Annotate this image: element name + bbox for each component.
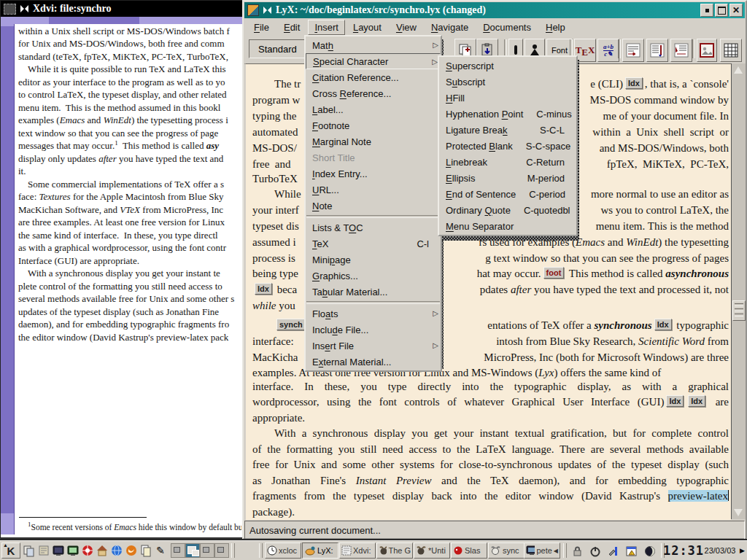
xdvi-titlebar[interactable]: Xdvi: file:synchro <box>1 1 242 17</box>
menu-file[interactable]: File <box>247 20 276 35</box>
menu-item-subscript[interactable]: Subscript <box>439 74 576 90</box>
taskbar-window-pete[interactable]: pete◀ <box>524 542 560 559</box>
menu-navigate[interactable]: Navigate <box>425 20 475 35</box>
lyx-vscroll-thumb[interactable] <box>732 300 746 321</box>
menu-item-marginal-note[interactable]: Marginal Note <box>306 133 441 149</box>
menu-item-cross-reference[interactable]: Cross Reference... <box>306 85 441 101</box>
panel-hide-arrow[interactable]: ▶ <box>739 542 746 559</box>
menu-item-label[interactable]: Label... <box>306 101 441 117</box>
panel-grip[interactable] <box>563 543 567 558</box>
menu-item-math[interactable]: Math▷ <box>306 37 441 53</box>
menu-item-ordinary-quote[interactable]: Ordinary QuoteC-quotedbl <box>439 202 576 218</box>
menu-documents[interactable]: Documents <box>476 20 538 35</box>
konsole-icon <box>66 544 80 557</box>
menu-item-short-title[interactable]: Short Title <box>306 149 441 166</box>
launcher-help-lifering[interactable] <box>80 542 95 559</box>
menu-item-index-entry[interactable]: Index Entry... <box>306 166 441 182</box>
tray-moon[interactable] <box>641 543 658 559</box>
desktop-pager[interactable] <box>170 542 230 559</box>
menu-item-floats[interactable]: Floats▷ <box>306 306 441 322</box>
menu-layout[interactable]: Layout <box>347 20 388 35</box>
toolbar-insert-marginpar-button[interactable] <box>646 39 668 62</box>
idx-inset[interactable]: Idx <box>688 395 705 407</box>
menu-item-insert-file[interactable]: Insert File▷ <box>306 338 441 354</box>
foot-inset[interactable]: foot <box>543 267 565 279</box>
lyx-vertical-scrollbar[interactable] <box>731 63 746 519</box>
taskbar-window-xdvi[interactable]: Xdvi: <box>339 542 376 559</box>
idx-inset[interactable]: Idx <box>255 283 272 295</box>
pager-desktop-1[interactable] <box>171 543 185 558</box>
menu-help[interactable]: Help <box>539 20 572 35</box>
menu-item-url[interactable]: URL... <box>306 182 441 198</box>
menu-insert[interactable]: Insert <box>308 20 345 35</box>
toolbar-insert-table-button[interactable] <box>720 39 742 62</box>
tray-klipper[interactable] <box>605 543 622 559</box>
menu-view[interactable]: View <box>390 20 423 35</box>
panel-grip[interactable] <box>259 543 263 558</box>
launcher-desktop-access[interactable] <box>36 542 51 559</box>
launcher-web-globe[interactable] <box>109 542 124 559</box>
menu-item-special-character[interactable]: Special Character▷ <box>306 53 441 69</box>
menu-item-protected-blank[interactable]: Protected BlankS-C-space <box>439 138 576 154</box>
menu-item-ellipsis[interactable]: EllipsisM-period <box>439 170 576 186</box>
idx-inset[interactable]: Idx <box>625 77 643 89</box>
xdvi-vscroll-thumb[interactable] <box>1 26 14 513</box>
idx-inset[interactable]: Idx <box>654 319 672 330</box>
launcher-kmail[interactable] <box>124 542 139 559</box>
synch-inset[interactable]: synch <box>276 319 306 330</box>
toolbar-insert-footnote-button[interactable] <box>622 39 644 62</box>
idx-inset[interactable]: Idx <box>666 395 684 407</box>
menu-edit[interactable]: Edit <box>277 20 306 35</box>
panel-grip[interactable] <box>231 543 235 558</box>
menu-item-graphics[interactable]: Graphics... <box>306 268 441 284</box>
menu-item-menu-separator[interactable]: Menu Separator <box>439 218 576 234</box>
menu-item-superscript[interactable]: Superscript <box>439 58 576 74</box>
launcher-window-list[interactable] <box>22 542 36 559</box>
pager-desktop-4[interactable] <box>214 543 229 558</box>
tray-lock[interactable] <box>568 543 585 559</box>
tray-organizer[interactable]: ! <box>623 543 640 559</box>
menu-item-ligature-break[interactable]: Ligature BreakS-C-L <box>439 122 576 138</box>
tray-power[interactable] <box>587 543 603 559</box>
taskbar-window-the-g[interactable]: The G <box>376 542 413 559</box>
taskbar-window-xcloc[interactable]: xcloc <box>265 542 301 559</box>
scroll-down-arrow[interactable] <box>734 509 743 516</box>
k-menu-button[interactable]: K▲ <box>1 542 20 559</box>
menu-item-hyphenation-point[interactable]: Hyphenation PointC-minus <box>439 106 576 122</box>
maximize-button[interactable] <box>715 4 728 17</box>
taskbar-window-sync[interactable]: sync <box>488 542 525 559</box>
pager-desktop-2[interactable] <box>185 543 200 558</box>
xdvi-hscroll-thumb[interactable] <box>49 17 139 24</box>
menu-item-lists-toc[interactable]: Lists & TOC <box>306 219 441 236</box>
taskbar-window-lyx[interactable]: LyX: <box>302 542 338 559</box>
toolbar-math-mode-button[interactable]: a+bc✎ <box>597 39 619 62</box>
close-button[interactable]: ✕ <box>729 4 743 17</box>
menu-item-minipage[interactable]: Minipage <box>306 252 441 268</box>
pager-desktop-3[interactable] <box>200 543 214 558</box>
launcher-terminal-monitor[interactable] <box>51 542 66 559</box>
xdvi-vertical-scrollbar[interactable] <box>1 24 15 534</box>
menu-item-external-material[interactable]: External Material... <box>306 354 441 370</box>
collapse-arrow-icon[interactable]: ◀ <box>554 548 558 554</box>
lyx-titlebar[interactable]: LyX: ~/doc/beginlatex/src/synchro.lyx (c… <box>244 2 745 18</box>
launcher-konsole[interactable] <box>66 542 80 559</box>
toolbar-insert-figure-button[interactable] <box>697 39 717 62</box>
menu-item-hfill[interactable]: HFill <box>439 90 576 106</box>
menu-item-linebreak[interactable]: LinebreakC-Return <box>439 154 576 170</box>
menu-item-citation-reference[interactable]: Citation Reference... <box>306 69 441 85</box>
menu-item-tex[interactable]: TeXC-l <box>306 236 441 252</box>
xdvi-horizontal-scrollbar[interactable] <box>1 17 244 24</box>
launcher-documents[interactable] <box>139 542 153 559</box>
taskbar-window-slas[interactable]: Slas <box>451 542 487 559</box>
iconify-button[interactable] <box>700 4 713 17</box>
menu-item-note[interactable]: Note <box>306 198 441 214</box>
launcher-editor-pencil[interactable]: ✎ <box>153 542 168 559</box>
launcher-home-folder[interactable] <box>95 542 109 559</box>
menu-item-tabular-material[interactable]: Tabular Material... <box>306 284 441 300</box>
scroll-up-arrow[interactable] <box>734 66 743 74</box>
menu-item-end-of-sentence[interactable]: End of SentenceC-period <box>439 186 576 202</box>
menu-item-include-file[interactable]: Include File... <box>306 322 441 338</box>
toolbar-change-depth-button[interactable] <box>670 39 692 62</box>
taskbar-window-unti[interactable]: *Unti <box>414 542 450 559</box>
menu-item-footnote[interactable]: Footnote <box>306 117 441 133</box>
